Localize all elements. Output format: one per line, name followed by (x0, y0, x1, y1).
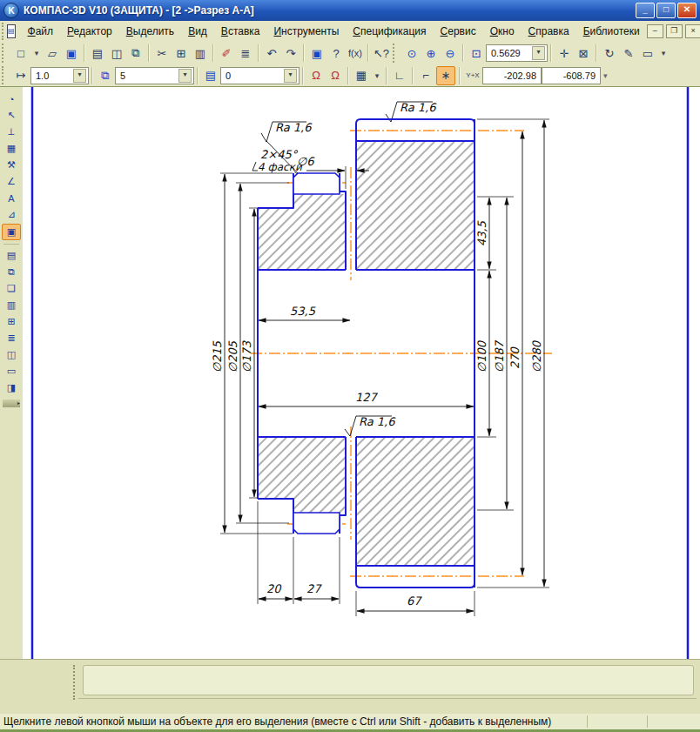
menu-select[interactable]: Выделить (119, 24, 181, 39)
panel-document[interactable]: ▥ (3, 298, 20, 312)
scale-combo[interactable]: 0.5629 ▾ (486, 44, 548, 62)
print-setup-button[interactable]: ⧉ (127, 44, 145, 62)
show-all-button[interactable]: ⊠ (575, 44, 592, 62)
child-minimize-button[interactable]: – (647, 24, 663, 38)
child-close-button[interactable]: × (685, 24, 700, 38)
rebuild-button[interactable]: ↻ (601, 44, 618, 62)
tool-editing[interactable]: ⚒ (3, 158, 20, 172)
minimize-button[interactable]: _ (636, 3, 655, 18)
current-state-toolbar: ↦ 1.0 ▾ ⧉ 5 ▾ ▤ 0 ▾ Ω Ω ▦ ▾ ∟ ⌐ ∗ Y+X -2… (0, 64, 700, 88)
menu-window[interactable]: Окно (483, 24, 522, 39)
panel-extra[interactable]: ◨ (3, 380, 20, 395)
panel-button[interactable]: ▭ (639, 44, 656, 62)
zoom-button[interactable]: ⊙ (403, 44, 421, 62)
panel-window[interactable]: ▭ (3, 364, 20, 379)
snap-settings-icon[interactable]: Ω (307, 67, 325, 84)
step-combo-arrow-icon[interactable]: ▾ (73, 69, 86, 83)
layers-combo-arrow-icon[interactable]: ▾ (178, 69, 192, 83)
cut-button[interactable]: ✂ (153, 44, 171, 62)
tool-select[interactable]: ↖ (3, 108, 20, 123)
scale-combo-arrow-icon[interactable]: ▾ (532, 46, 545, 60)
undo-button[interactable]: ↶ (263, 44, 280, 62)
menu-view[interactable]: Вид (181, 24, 214, 39)
help-pointer-button[interactable]: ↖? (373, 44, 390, 62)
zoom-out-button[interactable]: ⊖ (441, 44, 459, 62)
panel-report[interactable]: ⧉ (3, 265, 20, 279)
pan-button[interactable]: ✛ (555, 44, 573, 62)
d6-label: ∅6 (297, 155, 315, 168)
panel-library[interactable]: ◫ (3, 347, 20, 362)
title-bar: K КОМПАС-3D V10 (ЗАЩИТА) - [2 ->Разрез А… (0, 0, 700, 21)
child-restore-button[interactable]: ❐ (666, 24, 683, 38)
status-cell-1 (588, 715, 640, 728)
paste-button[interactable]: ▥ (192, 44, 209, 62)
close-button[interactable]: ✕ (677, 3, 697, 18)
menu-service[interactable]: Сервис (434, 24, 483, 39)
drawing-canvas[interactable]: Ra 1,6 Ra 1,6 Ra 1,6 2×45° 4 фаски ∅6 53… (23, 87, 700, 659)
redo-button[interactable]: ↷ (282, 44, 300, 62)
toolbar2-grip[interactable] (2, 66, 10, 84)
menu-file[interactable]: Файл (21, 24, 61, 39)
local-axes-button[interactable]: ∟ (391, 67, 408, 84)
toolbar-overflow-button[interactable]: ▾ (658, 44, 669, 62)
layers-combo[interactable]: 5 ▾ (115, 67, 194, 84)
panel-layout[interactable]: ⊞ (3, 314, 20, 329)
zoom-area-button[interactable]: ⊡ (468, 44, 485, 62)
sheet-combo-arrow-icon[interactable]: ▾ (284, 69, 297, 83)
print-preview-button[interactable]: ◫ (108, 44, 125, 62)
document-icon[interactable]: ▤ (7, 24, 16, 38)
panel-spec[interactable]: ▤ (3, 248, 20, 263)
coordinate-y-field[interactable]: -608.79 (542, 67, 601, 84)
menu-tools[interactable]: Инструменты (266, 24, 346, 39)
step-value: 1.0 (36, 71, 49, 81)
coordinate-x-field[interactable]: -202.98 (482, 67, 542, 84)
fx-button[interactable]: f(x) (347, 44, 364, 62)
zoom-in-button[interactable]: ⊕ (422, 44, 440, 62)
tool-selection-active[interactable]: ▣ (2, 224, 21, 240)
save-button[interactable]: ▣ (63, 44, 80, 62)
format-brush-button[interactable]: ✐ (218, 44, 235, 62)
tool-geometry[interactable]: ◔ (3, 91, 20, 106)
tool-dimensions[interactable]: ⟂ (3, 124, 20, 139)
menu-help[interactable]: Справка (522, 24, 576, 39)
tool-designations[interactable]: ▦ (3, 141, 20, 156)
menubar-grip[interactable] (2, 23, 3, 40)
specification-button[interactable]: ≣ (237, 44, 254, 62)
panel-object[interactable]: ≣ (3, 331, 20, 346)
sheet-combo[interactable]: 0 ▾ (220, 67, 300, 84)
sheet-icon[interactable]: ▤ (202, 67, 219, 84)
panel-view[interactable]: ❏ (3, 281, 20, 296)
grid-button[interactable]: ▦ (353, 67, 370, 84)
new-dropdown-button[interactable]: ▾ (31, 44, 42, 62)
layers-icon[interactable]: ⧉ (97, 67, 114, 84)
menu-editor[interactable]: Редактор (60, 24, 119, 39)
ortho-button[interactable]: ⌐ (417, 67, 434, 84)
tool-parametric[interactable]: ∠ (3, 174, 20, 189)
menu-libraries[interactable]: Библиотеки (576, 24, 647, 39)
open-button[interactable]: ▱ (44, 44, 61, 62)
maximize-button[interactable]: □ (656, 3, 676, 18)
toolbar2-overflow-button[interactable]: ▾ (603, 71, 608, 80)
zoom-toolbar-grip[interactable] (393, 44, 400, 63)
copy-button[interactable]: ⊞ (172, 44, 190, 62)
d27-label: 27 (306, 582, 322, 595)
grid-dropdown-icon[interactable]: ▾ (372, 67, 382, 84)
window-title: КОМПАС-3D V10 (ЗАЩИТА) - [2 ->Разрез А-А… (24, 4, 254, 17)
tool-text[interactable]: A (3, 191, 20, 205)
help-topics-button[interactable]: ? (327, 44, 345, 62)
tool-measure[interactable]: ⊿ (3, 207, 20, 222)
leftbar-end-handle[interactable]: ▸ (3, 400, 20, 407)
new-button[interactable]: □ (12, 44, 30, 62)
property-bar-grip[interactable] (73, 665, 75, 700)
property-bar-panel[interactable] (83, 665, 694, 695)
step-combo[interactable]: 1.0 ▾ (30, 67, 89, 84)
point-snap-button[interactable]: ∗ (436, 66, 455, 85)
save-state-button[interactable]: ▣ (308, 44, 326, 62)
sketch-button[interactable]: ✎ (620, 44, 637, 62)
toolbar1-grip[interactable] (2, 44, 10, 63)
snap-toggle-icon[interactable]: Ω (326, 67, 344, 84)
coordinates-icon: Y+X (464, 67, 481, 84)
menu-insert[interactable]: Вставка (214, 24, 267, 39)
menu-specification[interactable]: Спецификация (346, 24, 433, 39)
print-button[interactable]: ▤ (89, 44, 106, 62)
